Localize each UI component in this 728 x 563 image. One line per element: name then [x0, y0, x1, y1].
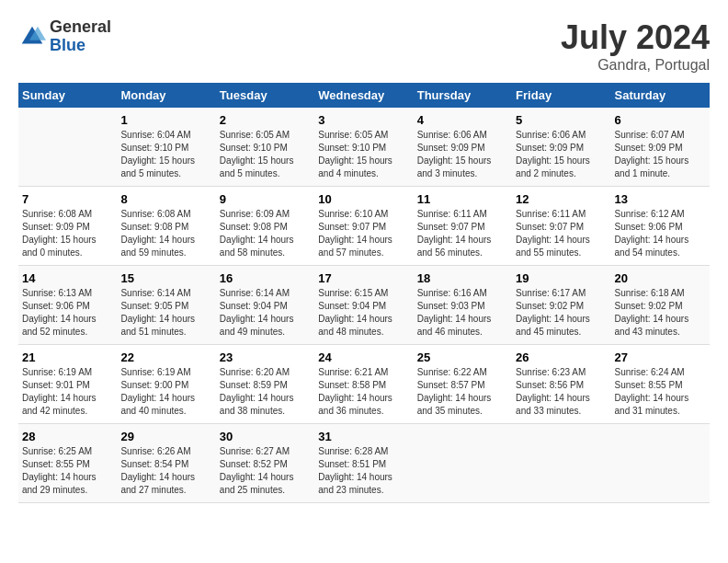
week-row-2: 7Sunrise: 6:08 AM Sunset: 9:09 PM Daylig…	[18, 187, 710, 266]
calendar-cell: 30Sunrise: 6:27 AM Sunset: 8:52 PM Dayli…	[216, 424, 314, 503]
day-number: 25	[417, 350, 508, 364]
calendar-cell: 16Sunrise: 6:14 AM Sunset: 9:04 PM Dayli…	[216, 266, 314, 345]
day-number: 31	[318, 430, 409, 443]
day-info: Sunrise: 6:08 AM Sunset: 9:08 PM Dayligh…	[120, 208, 211, 259]
calendar-cell: 13Sunrise: 6:12 AM Sunset: 9:06 PM Dayli…	[611, 187, 710, 266]
calendar-cell: 31Sunrise: 6:28 AM Sunset: 8:51 PM Dayli…	[314, 424, 413, 503]
day-number: 14	[22, 271, 113, 285]
day-number: 2	[220, 113, 311, 127]
day-number: 30	[220, 430, 311, 443]
calendar-cell	[414, 424, 512, 503]
day-info: Sunrise: 6:11 AM Sunset: 9:07 PM Dayligh…	[516, 208, 607, 259]
day-number: 4	[417, 113, 508, 127]
day-number: 22	[120, 350, 211, 364]
day-number: 7	[22, 192, 113, 206]
header-friday: Friday	[512, 83, 610, 108]
location-subtitle: Gandra, Portugal	[561, 57, 710, 74]
day-number: 13	[615, 192, 706, 206]
header-monday: Monday	[117, 83, 215, 108]
day-number: 11	[417, 192, 508, 206]
calendar-cell: 5Sunrise: 6:06 AM Sunset: 9:09 PM Daylig…	[512, 108, 610, 187]
day-info: Sunrise: 6:18 AM Sunset: 9:02 PM Dayligh…	[615, 287, 706, 339]
day-info: Sunrise: 6:06 AM Sunset: 9:09 PM Dayligh…	[516, 129, 607, 180]
day-info: Sunrise: 6:16 AM Sunset: 9:03 PM Dayligh…	[417, 287, 508, 339]
day-number: 3	[318, 113, 409, 127]
day-info: Sunrise: 6:25 AM Sunset: 8:55 PM Dayligh…	[22, 445, 113, 497]
week-row-3: 14Sunrise: 6:13 AM Sunset: 9:06 PM Dayli…	[18, 266, 710, 345]
day-number: 18	[417, 271, 508, 285]
logo-text: General Blue	[50, 18, 111, 55]
day-headers-row: SundayMondayTuesdayWednesdayThursdayFrid…	[18, 83, 710, 108]
month-year-title: July 2024	[561, 18, 710, 57]
day-number: 10	[318, 192, 409, 206]
day-info: Sunrise: 6:13 AM Sunset: 9:06 PM Dayligh…	[22, 287, 113, 339]
logo: General Blue	[18, 18, 111, 55]
day-info: Sunrise: 6:22 AM Sunset: 8:57 PM Dayligh…	[417, 366, 508, 418]
day-info: Sunrise: 6:21 AM Sunset: 8:58 PM Dayligh…	[318, 366, 409, 418]
day-info: Sunrise: 6:19 AM Sunset: 9:01 PM Dayligh…	[22, 366, 113, 418]
header-saturday: Saturday	[611, 83, 710, 108]
day-info: Sunrise: 6:27 AM Sunset: 8:52 PM Dayligh…	[220, 445, 311, 497]
calendar-cell: 2Sunrise: 6:05 AM Sunset: 9:10 PM Daylig…	[216, 108, 314, 187]
logo-icon	[18, 23, 46, 51]
day-info: Sunrise: 6:05 AM Sunset: 9:10 PM Dayligh…	[318, 129, 409, 180]
day-number: 24	[318, 350, 409, 364]
day-info: Sunrise: 6:04 AM Sunset: 9:10 PM Dayligh…	[120, 129, 211, 180]
day-number: 27	[615, 350, 706, 364]
calendar-cell: 17Sunrise: 6:15 AM Sunset: 9:04 PM Dayli…	[314, 266, 413, 345]
day-number: 6	[615, 113, 706, 127]
calendar-header: SundayMondayTuesdayWednesdayThursdayFrid…	[18, 83, 710, 108]
title-block: July 2024 Gandra, Portugal	[561, 18, 710, 74]
day-info: Sunrise: 6:23 AM Sunset: 8:56 PM Dayligh…	[516, 366, 607, 418]
day-info: Sunrise: 6:14 AM Sunset: 9:05 PM Dayligh…	[120, 287, 211, 339]
calendar-cell: 11Sunrise: 6:11 AM Sunset: 9:07 PM Dayli…	[414, 187, 512, 266]
day-number: 16	[220, 271, 311, 285]
day-number: 8	[120, 192, 211, 206]
calendar-cell: 25Sunrise: 6:22 AM Sunset: 8:57 PM Dayli…	[414, 345, 512, 424]
day-info: Sunrise: 6:19 AM Sunset: 9:00 PM Dayligh…	[120, 366, 211, 418]
calendar-cell: 14Sunrise: 6:13 AM Sunset: 9:06 PM Dayli…	[18, 266, 117, 345]
header-wednesday: Wednesday	[314, 83, 413, 108]
day-number: 26	[516, 350, 607, 364]
header-thursday: Thursday	[414, 83, 512, 108]
day-info: Sunrise: 6:12 AM Sunset: 9:06 PM Dayligh…	[615, 208, 706, 259]
calendar-cell: 1Sunrise: 6:04 AM Sunset: 9:10 PM Daylig…	[117, 108, 215, 187]
calendar-cell: 6Sunrise: 6:07 AM Sunset: 9:09 PM Daylig…	[611, 108, 710, 187]
day-number: 28	[22, 430, 113, 443]
calendar-cell: 10Sunrise: 6:10 AM Sunset: 9:07 PM Dayli…	[314, 187, 413, 266]
day-number: 29	[120, 430, 211, 443]
calendar-cell: 21Sunrise: 6:19 AM Sunset: 9:01 PM Dayli…	[18, 345, 117, 424]
calendar-cell: 9Sunrise: 6:09 AM Sunset: 9:08 PM Daylig…	[216, 187, 314, 266]
page-header: General Blue July 2024 Gandra, Portugal	[18, 18, 710, 74]
calendar-cell: 23Sunrise: 6:20 AM Sunset: 8:59 PM Dayli…	[216, 345, 314, 424]
calendar-cell: 18Sunrise: 6:16 AM Sunset: 9:03 PM Dayli…	[414, 266, 512, 345]
logo-general-text: General	[50, 18, 111, 37]
day-info: Sunrise: 6:07 AM Sunset: 9:09 PM Dayligh…	[615, 129, 706, 180]
day-info: Sunrise: 6:20 AM Sunset: 8:59 PM Dayligh…	[220, 366, 311, 418]
day-info: Sunrise: 6:08 AM Sunset: 9:09 PM Dayligh…	[22, 208, 113, 259]
logo-blue-text: Blue	[50, 37, 111, 55]
day-number: 9	[220, 192, 311, 206]
calendar-cell	[611, 424, 710, 503]
calendar-cell: 8Sunrise: 6:08 AM Sunset: 9:08 PM Daylig…	[117, 187, 215, 266]
header-sunday: Sunday	[18, 83, 117, 108]
day-number: 19	[516, 271, 607, 285]
day-info: Sunrise: 6:09 AM Sunset: 9:08 PM Dayligh…	[220, 208, 311, 259]
calendar-cell: 22Sunrise: 6:19 AM Sunset: 9:00 PM Dayli…	[117, 345, 215, 424]
week-row-1: 1Sunrise: 6:04 AM Sunset: 9:10 PM Daylig…	[18, 108, 710, 187]
calendar-cell: 4Sunrise: 6:06 AM Sunset: 9:09 PM Daylig…	[414, 108, 512, 187]
day-number: 5	[516, 113, 607, 127]
calendar-cell: 24Sunrise: 6:21 AM Sunset: 8:58 PM Dayli…	[314, 345, 413, 424]
day-number: 20	[615, 271, 706, 285]
calendar-cell	[18, 108, 117, 187]
day-info: Sunrise: 6:17 AM Sunset: 9:02 PM Dayligh…	[516, 287, 607, 339]
day-number: 15	[120, 271, 211, 285]
calendar-cell: 27Sunrise: 6:24 AM Sunset: 8:55 PM Dayli…	[611, 345, 710, 424]
calendar-cell: 28Sunrise: 6:25 AM Sunset: 8:55 PM Dayli…	[18, 424, 117, 503]
calendar-cell: 26Sunrise: 6:23 AM Sunset: 8:56 PM Dayli…	[512, 345, 610, 424]
day-number: 21	[22, 350, 113, 364]
calendar-cell: 15Sunrise: 6:14 AM Sunset: 9:05 PM Dayli…	[117, 266, 215, 345]
week-row-4: 21Sunrise: 6:19 AM Sunset: 9:01 PM Dayli…	[18, 345, 710, 424]
calendar-cell	[512, 424, 610, 503]
day-info: Sunrise: 6:24 AM Sunset: 8:55 PM Dayligh…	[615, 366, 706, 418]
